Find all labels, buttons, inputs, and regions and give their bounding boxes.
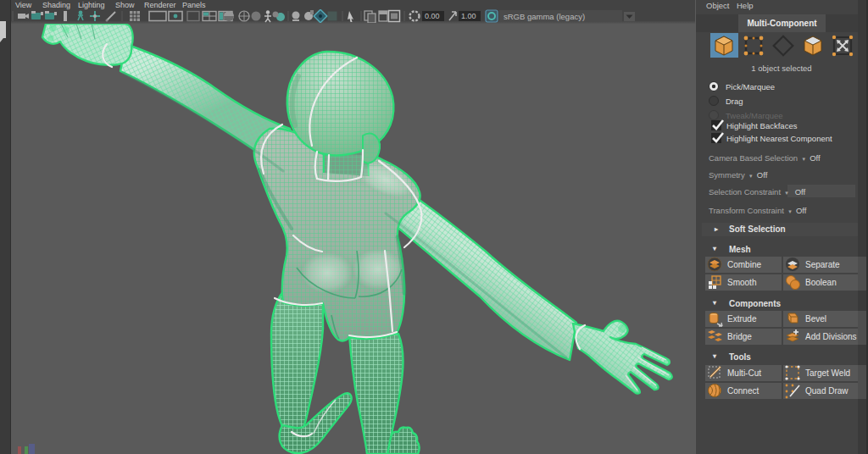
svg-text:0.00: 0.00 (425, 12, 440, 20)
svg-text:1.00: 1.00 (461, 12, 476, 20)
svg-text:sRGB gamma (legacy): sRGB gamma (legacy) (504, 12, 585, 21)
